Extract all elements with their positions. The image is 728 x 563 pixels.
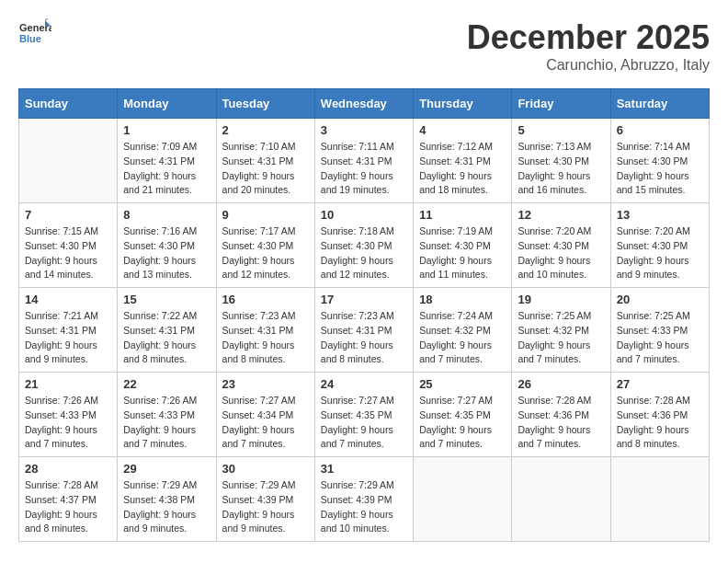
day-number: 4 xyxy=(419,123,506,137)
cell-w2-d2: 8Sunrise: 7:16 AMSunset: 4:30 PMDaylight… xyxy=(118,203,216,288)
day-info: Sunrise: 7:28 AMSunset: 4:36 PMDaylight:… xyxy=(518,394,604,452)
day-info: Sunrise: 7:20 AMSunset: 4:30 PMDaylight:… xyxy=(518,224,604,282)
header-thursday: Thursday xyxy=(414,89,512,119)
cell-w4-d3: 23Sunrise: 7:27 AMSunset: 4:34 PMDayligh… xyxy=(216,373,314,457)
header-friday: Friday xyxy=(512,89,610,119)
header: General Blue December 2025 Carunchio, Ab… xyxy=(18,18,710,74)
cell-w1-d4: 3Sunrise: 7:11 AMSunset: 4:31 PMDaylight… xyxy=(314,119,413,203)
logo-svg: General Blue xyxy=(18,18,51,52)
day-info: Sunrise: 7:28 AMSunset: 4:36 PMDaylight:… xyxy=(617,394,703,452)
title-area: December 2025 Carunchio, Abruzzo, Italy xyxy=(467,18,710,74)
day-info: Sunrise: 7:19 AMSunset: 4:30 PMDaylight:… xyxy=(419,224,506,282)
cell-w4-d7: 27Sunrise: 7:28 AMSunset: 4:36 PMDayligh… xyxy=(610,373,709,457)
day-info: Sunrise: 7:27 AMSunset: 4:35 PMDaylight:… xyxy=(419,394,506,452)
day-info: Sunrise: 7:16 AMSunset: 4:30 PMDaylight:… xyxy=(123,224,210,282)
day-info: Sunrise: 7:29 AMSunset: 4:39 PMDaylight:… xyxy=(321,478,407,536)
week-row-2: 7Sunrise: 7:15 AMSunset: 4:30 PMDaylight… xyxy=(19,203,710,288)
day-info: Sunrise: 7:17 AMSunset: 4:30 PMDaylight:… xyxy=(222,224,309,282)
header-monday: Monday xyxy=(118,89,216,119)
header-wednesday: Wednesday xyxy=(314,89,413,119)
day-info: Sunrise: 7:22 AMSunset: 4:31 PMDaylight:… xyxy=(123,309,210,367)
day-number: 2 xyxy=(222,123,309,137)
cell-w3-d4: 17Sunrise: 7:23 AMSunset: 4:31 PMDayligh… xyxy=(314,288,413,373)
day-number: 25 xyxy=(419,377,506,391)
day-number: 5 xyxy=(518,123,604,137)
cell-w5-d5 xyxy=(414,457,512,542)
day-info: Sunrise: 7:23 AMSunset: 4:31 PMDaylight:… xyxy=(321,309,407,367)
cell-w5-d6 xyxy=(512,457,610,542)
week-row-5: 28Sunrise: 7:28 AMSunset: 4:37 PMDayligh… xyxy=(19,457,710,542)
cell-w5-d7 xyxy=(610,457,709,542)
calendar: Sunday Monday Tuesday Wednesday Thursday… xyxy=(18,88,710,542)
month-title: December 2025 xyxy=(467,18,710,57)
day-info: Sunrise: 7:13 AMSunset: 4:30 PMDaylight:… xyxy=(518,140,604,198)
day-number: 13 xyxy=(617,208,703,222)
location-title: Carunchio, Abruzzo, Italy xyxy=(467,57,710,74)
day-number: 19 xyxy=(518,293,604,306)
day-number: 26 xyxy=(518,377,604,391)
day-number: 15 xyxy=(123,293,210,306)
cell-w3-d3: 16Sunrise: 7:23 AMSunset: 4:31 PMDayligh… xyxy=(216,288,314,373)
cell-w5-d4: 31Sunrise: 7:29 AMSunset: 4:39 PMDayligh… xyxy=(314,457,413,542)
cell-w1-d1 xyxy=(19,119,118,203)
cell-w5-d1: 28Sunrise: 7:28 AMSunset: 4:37 PMDayligh… xyxy=(19,457,118,542)
day-info: Sunrise: 7:23 AMSunset: 4:31 PMDaylight:… xyxy=(222,309,309,367)
day-number: 22 xyxy=(123,377,210,391)
cell-w5-d3: 30Sunrise: 7:29 AMSunset: 4:39 PMDayligh… xyxy=(216,457,314,542)
day-number: 9 xyxy=(222,208,309,222)
cell-w2-d1: 7Sunrise: 7:15 AMSunset: 4:30 PMDaylight… xyxy=(19,203,118,288)
day-number: 6 xyxy=(617,123,703,137)
cell-w2-d3: 9Sunrise: 7:17 AMSunset: 4:30 PMDaylight… xyxy=(216,203,314,288)
day-info: Sunrise: 7:12 AMSunset: 4:31 PMDaylight:… xyxy=(419,140,506,198)
days-header-row: Sunday Monday Tuesday Wednesday Thursday… xyxy=(19,89,710,119)
day-info: Sunrise: 7:14 AMSunset: 4:30 PMDaylight:… xyxy=(617,140,703,198)
cell-w1-d7: 6Sunrise: 7:14 AMSunset: 4:30 PMDaylight… xyxy=(610,119,709,203)
day-number: 10 xyxy=(321,208,407,222)
day-number: 8 xyxy=(123,208,210,222)
day-info: Sunrise: 7:29 AMSunset: 4:39 PMDaylight:… xyxy=(222,478,309,536)
day-number: 16 xyxy=(222,293,309,306)
day-number: 29 xyxy=(123,462,210,476)
day-info: Sunrise: 7:26 AMSunset: 4:33 PMDaylight:… xyxy=(123,394,210,452)
cell-w4-d1: 21Sunrise: 7:26 AMSunset: 4:33 PMDayligh… xyxy=(19,373,118,457)
header-tuesday: Tuesday xyxy=(216,89,314,119)
week-row-1: 1Sunrise: 7:09 AMSunset: 4:31 PMDaylight… xyxy=(19,119,710,203)
day-number: 28 xyxy=(25,462,111,476)
day-number: 21 xyxy=(25,377,111,391)
cell-w3-d1: 14Sunrise: 7:21 AMSunset: 4:31 PMDayligh… xyxy=(19,288,118,373)
svg-text:Blue: Blue xyxy=(19,33,41,44)
header-saturday: Saturday xyxy=(610,89,709,119)
cell-w2-d5: 11Sunrise: 7:19 AMSunset: 4:30 PMDayligh… xyxy=(414,203,512,288)
cell-w3-d5: 18Sunrise: 7:24 AMSunset: 4:32 PMDayligh… xyxy=(414,288,512,373)
day-info: Sunrise: 7:25 AMSunset: 4:32 PMDaylight:… xyxy=(518,309,604,367)
day-info: Sunrise: 7:26 AMSunset: 4:33 PMDaylight:… xyxy=(25,394,111,452)
day-number: 27 xyxy=(617,377,703,391)
day-info: Sunrise: 7:10 AMSunset: 4:31 PMDaylight:… xyxy=(222,140,309,198)
day-number: 17 xyxy=(321,293,407,306)
logo: General Blue xyxy=(18,18,51,52)
day-number: 18 xyxy=(419,293,506,306)
day-info: Sunrise: 7:15 AMSunset: 4:30 PMDaylight:… xyxy=(25,224,111,282)
day-info: Sunrise: 7:11 AMSunset: 4:31 PMDaylight:… xyxy=(321,140,407,198)
day-info: Sunrise: 7:24 AMSunset: 4:32 PMDaylight:… xyxy=(419,309,506,367)
day-number: 30 xyxy=(222,462,309,476)
week-row-3: 14Sunrise: 7:21 AMSunset: 4:31 PMDayligh… xyxy=(19,288,710,373)
day-number: 3 xyxy=(321,123,407,137)
week-row-4: 21Sunrise: 7:26 AMSunset: 4:33 PMDayligh… xyxy=(19,373,710,457)
cell-w4-d2: 22Sunrise: 7:26 AMSunset: 4:33 PMDayligh… xyxy=(118,373,216,457)
cell-w5-d2: 29Sunrise: 7:29 AMSunset: 4:38 PMDayligh… xyxy=(118,457,216,542)
day-info: Sunrise: 7:25 AMSunset: 4:33 PMDaylight:… xyxy=(617,309,703,367)
cell-w2-d6: 12Sunrise: 7:20 AMSunset: 4:30 PMDayligh… xyxy=(512,203,610,288)
day-number: 1 xyxy=(123,123,210,137)
day-info: Sunrise: 7:27 AMSunset: 4:34 PMDaylight:… xyxy=(222,394,309,452)
day-info: Sunrise: 7:27 AMSunset: 4:35 PMDaylight:… xyxy=(321,394,407,452)
day-number: 14 xyxy=(25,293,111,306)
day-number: 24 xyxy=(321,377,407,391)
svg-line-4 xyxy=(45,18,48,20)
cell-w1-d5: 4Sunrise: 7:12 AMSunset: 4:31 PMDaylight… xyxy=(414,119,512,203)
day-info: Sunrise: 7:18 AMSunset: 4:30 PMDaylight:… xyxy=(321,224,407,282)
day-number: 20 xyxy=(617,293,703,306)
day-number: 23 xyxy=(222,377,309,391)
day-info: Sunrise: 7:21 AMSunset: 4:31 PMDaylight:… xyxy=(25,309,111,367)
cell-w3-d6: 19Sunrise: 7:25 AMSunset: 4:32 PMDayligh… xyxy=(512,288,610,373)
